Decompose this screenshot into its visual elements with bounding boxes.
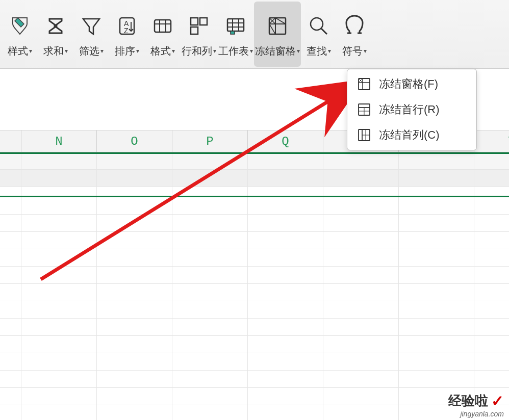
table-row[interactable] [0, 187, 509, 197]
chevron-down-icon: ▾ [100, 47, 104, 55]
svg-line-20 [321, 29, 327, 34]
chevron-down-icon: ▾ [65, 47, 68, 55]
table-row[interactable] [0, 267, 509, 284]
table-row[interactable] [0, 284, 509, 301]
watermark-url: jingyanla.com [448, 410, 504, 418]
worksheet-label: 工作表 [218, 44, 249, 58]
rowcol-label: 行和列 [182, 44, 212, 58]
table-row[interactable] [0, 215, 509, 232]
symbol-button[interactable]: 符号▾ [337, 2, 372, 67]
table-row[interactable] [0, 197, 509, 215]
column-header-o[interactable]: O [97, 130, 172, 152]
freeze-dropdown: 冻结窗格(F) 冻结首行(R) 冻结首列(C) [347, 69, 477, 150]
freeze-label: 冻结窗格 [255, 44, 296, 58]
find-button[interactable]: 查找▾ [301, 2, 337, 67]
freeze-panes-item[interactable]: 冻结窗格(F) [347, 71, 476, 97]
chevron-down-icon: ▾ [136, 47, 139, 55]
freeze-button[interactable]: 冻结窗格▾ [254, 2, 301, 67]
freeze-row-item[interactable]: 冻结首行(R) [347, 97, 476, 122]
column-header-p[interactable]: P [172, 130, 248, 152]
format-label: 格式 [150, 44, 171, 58]
chevron-down-icon: ▾ [250, 47, 253, 55]
freeze-col-label: 冻结首列(C) [379, 127, 440, 143]
format-icon [149, 13, 176, 39]
filter-icon [78, 13, 105, 39]
freeze-col-icon [357, 127, 372, 143]
sort-label: 排序 [115, 44, 135, 58]
table-row[interactable] [0, 371, 509, 388]
svg-point-19 [311, 18, 323, 30]
table-row[interactable] [0, 301, 509, 319]
table-row[interactable] [0, 336, 509, 353]
symbol-label: 符号 [342, 44, 363, 58]
style-icon [7, 13, 33, 39]
chevron-down-icon: ▾ [328, 47, 331, 55]
table-row[interactable] [0, 232, 509, 249]
column-header[interactable] [0, 130, 21, 152]
table-row[interactable] [0, 388, 509, 405]
table-row[interactable] [0, 319, 509, 336]
sort-icon: AZ [114, 13, 140, 39]
cells-grid[interactable] [0, 152, 509, 420]
sum-icon [42, 13, 69, 39]
chevron-down-icon: ▾ [29, 47, 32, 55]
table-row[interactable] [0, 152, 509, 170]
symbol-icon [341, 13, 368, 39]
rowcol-icon [186, 13, 212, 39]
chevron-down-icon: ▾ [213, 47, 216, 55]
chevron-down-icon: ▾ [364, 47, 367, 55]
chevron-down-icon: ▾ [172, 47, 175, 55]
column-header-t[interactable]: T [474, 130, 509, 152]
svg-rect-8 [191, 27, 198, 34]
worksheet-button[interactable]: 工作表▾ [217, 2, 254, 67]
freeze-row-label: 冻结首行(R) [379, 102, 440, 117]
freeze-icon [264, 13, 291, 39]
find-label: 查找 [307, 44, 327, 58]
sum-label: 求和 [43, 44, 64, 58]
checkmark-icon: ✓ [491, 392, 504, 410]
style-button[interactable]: 样式▾ [2, 2, 38, 67]
table-row[interactable] [0, 249, 509, 267]
svg-rect-9 [200, 18, 207, 25]
chevron-down-icon: ▾ [297, 47, 300, 55]
column-header-q[interactable]: Q [248, 130, 323, 152]
filter-label: 筛选 [79, 44, 99, 58]
filter-button[interactable]: 筛选▾ [73, 2, 109, 67]
table-row[interactable] [0, 170, 509, 187]
sum-button[interactable]: 求和▾ [38, 2, 73, 67]
svg-rect-7 [191, 18, 198, 25]
freeze-row-icon [357, 102, 372, 117]
style-label: 样式 [8, 44, 28, 58]
svg-rect-3 [155, 20, 171, 32]
find-icon [306, 13, 332, 39]
svg-text:Z: Z [124, 27, 129, 35]
sort-button[interactable]: AZ 排序▾ [109, 2, 145, 67]
svg-rect-10 [227, 19, 244, 31]
format-button[interactable]: 格式▾ [145, 2, 181, 67]
worksheet-icon [222, 13, 249, 39]
freeze-panes-label: 冻结窗格(F) [379, 76, 438, 92]
rowcol-button[interactable]: 行和列▾ [181, 2, 217, 67]
freeze-col-item[interactable]: 冻结首列(C) [347, 122, 476, 148]
ribbon-toolbar: 样式▾ 求和▾ 筛选▾ AZ 排序▾ 格式▾ 行和列▾ 工作表▾ [0, 0, 509, 69]
watermark: 经验啦✓ jingyanla.com [448, 392, 504, 418]
table-row[interactable] [0, 353, 509, 371]
svg-rect-15 [231, 31, 235, 34]
freeze-panes-icon [357, 76, 372, 92]
table-row[interactable] [0, 405, 509, 420]
watermark-text: 经验啦 [448, 392, 488, 410]
column-header-n[interactable]: N [21, 130, 97, 152]
